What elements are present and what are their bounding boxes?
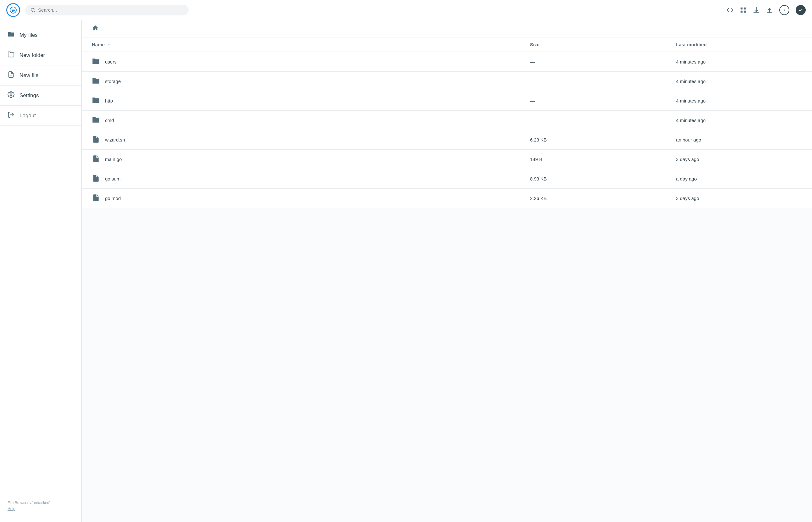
code-icon-button[interactable] — [727, 6, 733, 14]
file-icon — [92, 135, 100, 144]
file-name: cmd — [105, 118, 114, 123]
sidebar-item-new-folder[interactable]: New folder — [0, 45, 81, 65]
file-modified: 3 days ago — [666, 150, 812, 169]
sort-arrow-icon: ↑ — [108, 42, 110, 47]
svg-rect-1 — [12, 9, 15, 9]
file-name-cell: users — [82, 52, 520, 72]
version-label: File Browser v(untracked) — [7, 501, 50, 505]
home-icon — [92, 24, 99, 32]
file-icon — [92, 155, 100, 164]
file-size: — — [520, 72, 666, 91]
sidebar-item-label-new-file: New file — [20, 72, 38, 79]
download-button[interactable] — [753, 6, 760, 14]
file-modified: 4 minutes ago — [666, 91, 812, 111]
table-row[interactable]: main.go 149 B 3 days ago — [82, 150, 812, 169]
file-name-cell: main.go — [82, 150, 520, 169]
file-table-body: users — 4 minutes ago storage — 4 minute… — [82, 52, 812, 208]
column-header-modified[interactable]: Last modified — [666, 37, 812, 52]
file-size: — — [520, 91, 666, 111]
svg-rect-7 — [744, 7, 746, 9]
header — [0, 0, 812, 20]
file-table: Name ↑ Size Last modified users — [82, 37, 812, 208]
file-name-cell: storage — [82, 72, 520, 91]
column-header-size[interactable]: Size — [520, 37, 666, 52]
search-input[interactable] — [38, 7, 184, 13]
file-name-cell: cmd — [82, 111, 520, 130]
file-modified: an hour ago — [666, 130, 812, 150]
table-row[interactable]: http — 4 minutes ago — [82, 91, 812, 111]
sidebar-item-label-new-folder: New folder — [20, 52, 45, 59]
file-name: go.sum — [105, 176, 120, 181]
sidebar-item-label-settings: Settings — [20, 93, 39, 99]
svg-line-5 — [34, 11, 35, 12]
svg-point-18 — [10, 94, 12, 96]
file-modified: 4 minutes ago — [666, 52, 812, 72]
column-header-name[interactable]: Name ↑ — [82, 37, 520, 52]
folder-icon — [92, 96, 100, 105]
file-name: wizard.sh — [105, 137, 125, 142]
file-name-cell: go.sum — [82, 169, 520, 189]
table-row[interactable]: go.mod 2.26 KB 3 days ago — [82, 189, 812, 208]
main-content: Name ↑ Size Last modified users — [82, 20, 812, 522]
folder-icon — [92, 116, 100, 125]
layout: My files New folder New f — [0, 20, 812, 522]
file-name: main.go — [105, 157, 122, 162]
search-icon — [30, 7, 36, 13]
file-name-cell: http — [82, 91, 520, 111]
sidebar: My files New folder New f — [0, 20, 82, 522]
svg-rect-9 — [744, 11, 746, 12]
file-modified: 4 minutes ago — [666, 72, 812, 91]
table-row[interactable]: wizard.sh 6.23 KB an hour ago — [82, 130, 812, 150]
folder-icon — [92, 57, 100, 66]
file-size: 149 B — [520, 150, 666, 169]
new-file-icon — [7, 71, 15, 80]
help-link[interactable]: Help — [7, 507, 15, 511]
file-name: http — [105, 98, 113, 103]
new-folder-icon — [7, 51, 15, 59]
sidebar-item-settings[interactable]: Settings — [0, 85, 81, 106]
file-size: 8.93 KB — [520, 169, 666, 189]
file-name: storage — [105, 79, 121, 84]
folder-icon — [7, 31, 15, 39]
file-size: 6.23 KB — [520, 130, 666, 150]
header-actions — [727, 5, 806, 15]
logo-icon — [9, 6, 17, 14]
sidebar-item-logout[interactable]: Logout — [0, 106, 81, 126]
sidebar-item-my-files[interactable]: My files — [0, 25, 81, 45]
folder-icon — [92, 77, 100, 86]
logout-icon — [7, 111, 15, 120]
svg-rect-3 — [12, 11, 14, 12]
confirm-button[interactable] — [796, 5, 806, 15]
svg-rect-8 — [740, 11, 743, 12]
table-row[interactable]: users — 4 minutes ago — [82, 52, 812, 72]
file-name-cell: go.mod — [82, 189, 520, 208]
file-modified: 3 days ago — [666, 189, 812, 208]
sidebar-item-new-file[interactable]: New file — [0, 65, 81, 85]
file-size: 2.26 KB — [520, 189, 666, 208]
info-button[interactable] — [779, 5, 789, 15]
logo[interactable] — [6, 3, 20, 17]
search-bar[interactable] — [25, 5, 189, 15]
file-name: go.mod — [105, 196, 121, 201]
sidebar-footer: File Browser v(untracked) Help — [0, 495, 81, 517]
svg-rect-6 — [740, 7, 743, 9]
file-size: — — [520, 52, 666, 72]
grid-view-button[interactable] — [740, 6, 747, 14]
breadcrumb[interactable] — [82, 20, 812, 37]
table-header-row: Name ↑ Size Last modified — [82, 37, 812, 52]
file-modified: 4 minutes ago — [666, 111, 812, 130]
file-modified: a day ago — [666, 169, 812, 189]
sidebar-item-label-my-files: My files — [20, 32, 38, 38]
file-icon — [92, 174, 100, 183]
table-row[interactable]: storage — 4 minutes ago — [82, 72, 812, 91]
svg-rect-2 — [12, 10, 15, 11]
table-row[interactable]: go.sum 8.93 KB a day ago — [82, 169, 812, 189]
sidebar-item-label-logout: Logout — [20, 113, 36, 119]
file-size: — — [520, 111, 666, 130]
file-name: users — [105, 59, 117, 64]
upload-button[interactable] — [766, 6, 773, 14]
file-name-cell: wizard.sh — [82, 130, 520, 150]
file-icon — [92, 194, 100, 203]
settings-icon — [7, 91, 15, 100]
table-row[interactable]: cmd — 4 minutes ago — [82, 111, 812, 130]
